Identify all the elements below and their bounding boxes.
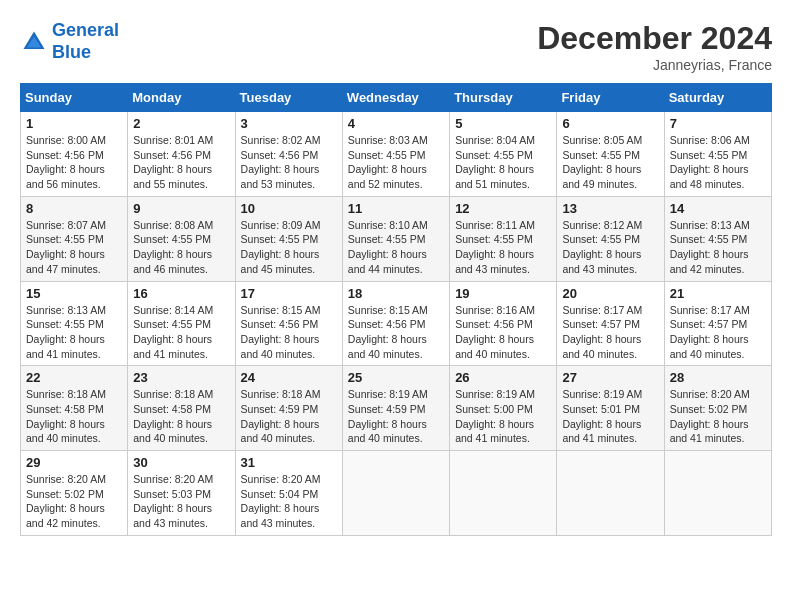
table-row: 19Sunrise: 8:16 AM Sunset: 4:56 PM Dayli… bbox=[450, 281, 557, 366]
table-row: 7Sunrise: 8:06 AM Sunset: 4:55 PM Daylig… bbox=[664, 112, 771, 197]
day-number: 15 bbox=[26, 286, 122, 301]
col-monday: Monday bbox=[128, 84, 235, 112]
table-row: 29Sunrise: 8:20 AM Sunset: 5:02 PM Dayli… bbox=[21, 451, 128, 536]
table-row bbox=[450, 451, 557, 536]
table-row: 9Sunrise: 8:08 AM Sunset: 4:55 PM Daylig… bbox=[128, 196, 235, 281]
cell-content: Sunrise: 8:13 AM Sunset: 4:55 PM Dayligh… bbox=[26, 303, 122, 362]
day-number: 9 bbox=[133, 201, 229, 216]
day-number: 27 bbox=[562, 370, 658, 385]
cell-content: Sunrise: 8:15 AM Sunset: 4:56 PM Dayligh… bbox=[241, 303, 337, 362]
day-number: 22 bbox=[26, 370, 122, 385]
day-number: 3 bbox=[241, 116, 337, 131]
day-number: 1 bbox=[26, 116, 122, 131]
cell-content: Sunrise: 8:05 AM Sunset: 4:55 PM Dayligh… bbox=[562, 133, 658, 192]
table-row: 25Sunrise: 8:19 AM Sunset: 4:59 PM Dayli… bbox=[342, 366, 449, 451]
cell-content: Sunrise: 8:13 AM Sunset: 4:55 PM Dayligh… bbox=[670, 218, 766, 277]
table-row: 24Sunrise: 8:18 AM Sunset: 4:59 PM Dayli… bbox=[235, 366, 342, 451]
table-row: 23Sunrise: 8:18 AM Sunset: 4:58 PM Dayli… bbox=[128, 366, 235, 451]
day-number: 30 bbox=[133, 455, 229, 470]
table-row: 10Sunrise: 8:09 AM Sunset: 4:55 PM Dayli… bbox=[235, 196, 342, 281]
col-wednesday: Wednesday bbox=[342, 84, 449, 112]
logo-icon bbox=[20, 28, 48, 56]
cell-content: Sunrise: 8:15 AM Sunset: 4:56 PM Dayligh… bbox=[348, 303, 444, 362]
cell-content: Sunrise: 8:18 AM Sunset: 4:59 PM Dayligh… bbox=[241, 387, 337, 446]
day-number: 25 bbox=[348, 370, 444, 385]
day-number: 19 bbox=[455, 286, 551, 301]
calendar-week-row: 15Sunrise: 8:13 AM Sunset: 4:55 PM Dayli… bbox=[21, 281, 772, 366]
table-row: 3Sunrise: 8:02 AM Sunset: 4:56 PM Daylig… bbox=[235, 112, 342, 197]
day-number: 12 bbox=[455, 201, 551, 216]
calendar-table: Sunday Monday Tuesday Wednesday Thursday… bbox=[20, 83, 772, 536]
table-row: 20Sunrise: 8:17 AM Sunset: 4:57 PM Dayli… bbox=[557, 281, 664, 366]
cell-content: Sunrise: 8:17 AM Sunset: 4:57 PM Dayligh… bbox=[670, 303, 766, 362]
col-saturday: Saturday bbox=[664, 84, 771, 112]
table-row: 12Sunrise: 8:11 AM Sunset: 4:55 PM Dayli… bbox=[450, 196, 557, 281]
calendar-week-row: 29Sunrise: 8:20 AM Sunset: 5:02 PM Dayli… bbox=[21, 451, 772, 536]
page-header: General Blue December 2024 Janneyrias, F… bbox=[20, 20, 772, 73]
title-block: December 2024 Janneyrias, France bbox=[537, 20, 772, 73]
cell-content: Sunrise: 8:18 AM Sunset: 4:58 PM Dayligh… bbox=[133, 387, 229, 446]
day-number: 2 bbox=[133, 116, 229, 131]
cell-content: Sunrise: 8:06 AM Sunset: 4:55 PM Dayligh… bbox=[670, 133, 766, 192]
cell-content: Sunrise: 8:19 AM Sunset: 4:59 PM Dayligh… bbox=[348, 387, 444, 446]
table-row bbox=[342, 451, 449, 536]
cell-content: Sunrise: 8:00 AM Sunset: 4:56 PM Dayligh… bbox=[26, 133, 122, 192]
cell-content: Sunrise: 8:16 AM Sunset: 4:56 PM Dayligh… bbox=[455, 303, 551, 362]
day-number: 31 bbox=[241, 455, 337, 470]
day-number: 17 bbox=[241, 286, 337, 301]
day-number: 7 bbox=[670, 116, 766, 131]
table-row: 26Sunrise: 8:19 AM Sunset: 5:00 PM Dayli… bbox=[450, 366, 557, 451]
day-number: 18 bbox=[348, 286, 444, 301]
table-row: 5Sunrise: 8:04 AM Sunset: 4:55 PM Daylig… bbox=[450, 112, 557, 197]
table-row: 22Sunrise: 8:18 AM Sunset: 4:58 PM Dayli… bbox=[21, 366, 128, 451]
table-row: 21Sunrise: 8:17 AM Sunset: 4:57 PM Dayli… bbox=[664, 281, 771, 366]
table-row: 15Sunrise: 8:13 AM Sunset: 4:55 PM Dayli… bbox=[21, 281, 128, 366]
col-friday: Friday bbox=[557, 84, 664, 112]
table-row: 31Sunrise: 8:20 AM Sunset: 5:04 PM Dayli… bbox=[235, 451, 342, 536]
cell-content: Sunrise: 8:02 AM Sunset: 4:56 PM Dayligh… bbox=[241, 133, 337, 192]
day-number: 14 bbox=[670, 201, 766, 216]
cell-content: Sunrise: 8:07 AM Sunset: 4:55 PM Dayligh… bbox=[26, 218, 122, 277]
cell-content: Sunrise: 8:12 AM Sunset: 4:55 PM Dayligh… bbox=[562, 218, 658, 277]
col-tuesday: Tuesday bbox=[235, 84, 342, 112]
calendar-week-row: 8Sunrise: 8:07 AM Sunset: 4:55 PM Daylig… bbox=[21, 196, 772, 281]
day-number: 11 bbox=[348, 201, 444, 216]
day-number: 13 bbox=[562, 201, 658, 216]
day-number: 10 bbox=[241, 201, 337, 216]
col-sunday: Sunday bbox=[21, 84, 128, 112]
cell-content: Sunrise: 8:08 AM Sunset: 4:55 PM Dayligh… bbox=[133, 218, 229, 277]
table-row: 27Sunrise: 8:19 AM Sunset: 5:01 PM Dayli… bbox=[557, 366, 664, 451]
table-row: 1Sunrise: 8:00 AM Sunset: 4:56 PM Daylig… bbox=[21, 112, 128, 197]
day-number: 23 bbox=[133, 370, 229, 385]
table-row: 17Sunrise: 8:15 AM Sunset: 4:56 PM Dayli… bbox=[235, 281, 342, 366]
day-number: 21 bbox=[670, 286, 766, 301]
cell-content: Sunrise: 8:09 AM Sunset: 4:55 PM Dayligh… bbox=[241, 218, 337, 277]
cell-content: Sunrise: 8:20 AM Sunset: 5:03 PM Dayligh… bbox=[133, 472, 229, 531]
cell-content: Sunrise: 8:17 AM Sunset: 4:57 PM Dayligh… bbox=[562, 303, 658, 362]
cell-content: Sunrise: 8:20 AM Sunset: 5:02 PM Dayligh… bbox=[670, 387, 766, 446]
day-number: 28 bbox=[670, 370, 766, 385]
cell-content: Sunrise: 8:14 AM Sunset: 4:55 PM Dayligh… bbox=[133, 303, 229, 362]
calendar-week-row: 22Sunrise: 8:18 AM Sunset: 4:58 PM Dayli… bbox=[21, 366, 772, 451]
table-row: 8Sunrise: 8:07 AM Sunset: 4:55 PM Daylig… bbox=[21, 196, 128, 281]
table-row: 6Sunrise: 8:05 AM Sunset: 4:55 PM Daylig… bbox=[557, 112, 664, 197]
table-row: 11Sunrise: 8:10 AM Sunset: 4:55 PM Dayli… bbox=[342, 196, 449, 281]
day-number: 16 bbox=[133, 286, 229, 301]
cell-content: Sunrise: 8:20 AM Sunset: 5:04 PM Dayligh… bbox=[241, 472, 337, 531]
cell-content: Sunrise: 8:18 AM Sunset: 4:58 PM Dayligh… bbox=[26, 387, 122, 446]
location: Janneyrias, France bbox=[537, 57, 772, 73]
cell-content: Sunrise: 8:01 AM Sunset: 4:56 PM Dayligh… bbox=[133, 133, 229, 192]
cell-content: Sunrise: 8:11 AM Sunset: 4:55 PM Dayligh… bbox=[455, 218, 551, 277]
day-number: 6 bbox=[562, 116, 658, 131]
day-number: 26 bbox=[455, 370, 551, 385]
cell-content: Sunrise: 8:04 AM Sunset: 4:55 PM Dayligh… bbox=[455, 133, 551, 192]
cell-content: Sunrise: 8:10 AM Sunset: 4:55 PM Dayligh… bbox=[348, 218, 444, 277]
cell-content: Sunrise: 8:19 AM Sunset: 5:00 PM Dayligh… bbox=[455, 387, 551, 446]
day-number: 20 bbox=[562, 286, 658, 301]
table-row: 2Sunrise: 8:01 AM Sunset: 4:56 PM Daylig… bbox=[128, 112, 235, 197]
table-row bbox=[664, 451, 771, 536]
logo: General Blue bbox=[20, 20, 119, 63]
table-row: 4Sunrise: 8:03 AM Sunset: 4:55 PM Daylig… bbox=[342, 112, 449, 197]
day-number: 29 bbox=[26, 455, 122, 470]
day-number: 24 bbox=[241, 370, 337, 385]
